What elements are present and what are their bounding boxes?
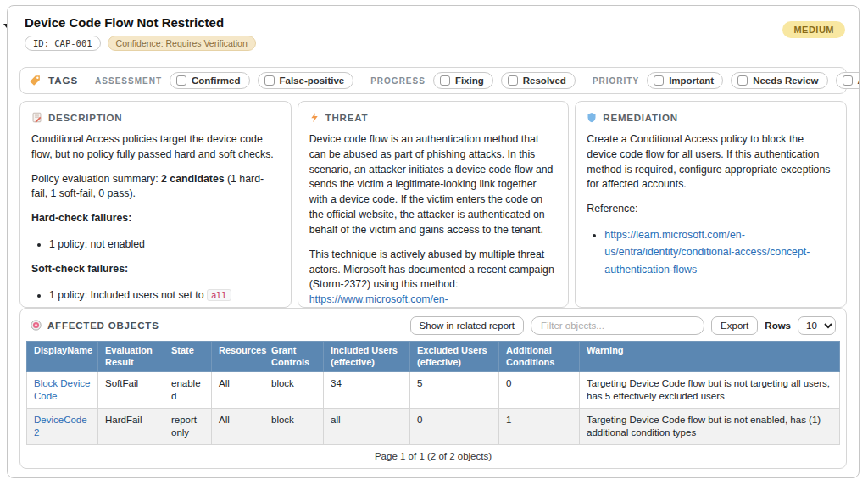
tag-accepted-risk-label: Accepted Risk	[858, 75, 860, 86]
tag-fixing[interactable]: Fixing	[433, 72, 493, 89]
remediation-paragraph-1: Create a Conditional Access policy to bl…	[587, 132, 835, 192]
checkbox-unchecked[interactable]	[508, 75, 518, 86]
column-resources: Resources	[212, 341, 264, 372]
tag-group-assessment-label: ASSESSMENT	[95, 76, 162, 86]
column-displayname: DisplayName	[27, 341, 98, 372]
affected-objects-table: DisplayName Evaluation Result State Reso…	[26, 341, 840, 445]
cell-excluded-users: 5	[410, 372, 499, 409]
memo-icon	[31, 112, 42, 123]
export-button[interactable]: Export	[711, 316, 758, 335]
checkbox-unchecked[interactable]	[440, 75, 450, 86]
description-paragraph-1: Conditional Access policies target the d…	[31, 132, 280, 163]
checkbox-unchecked[interactable]	[264, 75, 275, 86]
checkbox-unchecked[interactable]	[176, 75, 186, 86]
hard-check-list: 1 policy: not enabled	[31, 236, 280, 253]
column-excluded-users: Excluded Users (effective)	[410, 341, 499, 372]
cell-evaluation-result: SoftFail	[98, 372, 164, 409]
checkbox-unchecked[interactable]	[654, 75, 664, 86]
cell-displayname: DeviceCode2	[27, 409, 98, 445]
table-header-row: DisplayName Evaluation Result State Reso…	[27, 341, 840, 372]
column-state: State	[164, 341, 212, 372]
cell-warning: Targeting Device Code flow but is not en…	[580, 409, 840, 445]
checkbox-unchecked[interactable]	[737, 75, 748, 86]
column-additional-conditions: Additional Conditions	[499, 341, 580, 372]
affected-objects-title: AFFECTED OBJECTS	[47, 321, 159, 331]
checkbox-unchecked[interactable]	[843, 75, 853, 86]
threat-reference-link[interactable]: https://www.microsoft.com/en-us/security…	[309, 293, 541, 307]
cell-state: report-only	[164, 409, 212, 445]
cell-included-users: all	[324, 409, 410, 445]
column-grant-controls: Grant Controls	[264, 341, 324, 372]
tag-important[interactable]: Important	[647, 72, 723, 89]
shield-icon	[587, 112, 597, 123]
tag-group-progress-label: PROGRESS	[370, 76, 426, 86]
soft-check-heading: Soft-check failures:	[31, 262, 280, 277]
tag-icon	[29, 75, 41, 86]
policy-link[interactable]: DeviceCode2	[34, 415, 87, 438]
table-row: DeviceCode2 HardFail report-only All blo…	[27, 409, 840, 445]
tag-needs-review[interactable]: Needs Review	[731, 72, 827, 89]
description-title: DESCRIPTION	[48, 113, 122, 123]
cell-grant-controls: block	[264, 372, 324, 409]
tag-false-positive-label: False-positive	[280, 75, 345, 86]
rows-per-page-select[interactable]: 10	[798, 316, 836, 335]
bolt-icon	[309, 112, 320, 123]
soft-check-item-1: 1 policy: Included users not set to all	[49, 287, 280, 304]
threat-title: THREAT	[326, 113, 369, 123]
tag-resolved-label: Resolved	[523, 75, 566, 86]
remediation-panel: REMEDIATION Create a Conditional Access …	[575, 101, 847, 308]
policy-link[interactable]: Block Device Code	[34, 378, 90, 401]
column-included-users: Included Users (effective)	[324, 341, 410, 372]
cell-excluded-users: 0	[410, 409, 499, 445]
reference-list: https://learn.microsoft.com/en-us/entra/…	[587, 226, 835, 278]
description-panel: DESCRIPTION Conditional Access policies …	[19, 101, 292, 308]
tag-resolved[interactable]: Resolved	[501, 72, 576, 89]
cell-resources: All	[212, 372, 264, 409]
table-row: Block Device Code SoftFail enabled All b…	[27, 372, 840, 409]
cell-additional-conditions: 0	[499, 372, 580, 409]
reference-item: https://learn.microsoft.com/en-us/entra/…	[604, 226, 835, 278]
cell-resources: All	[212, 409, 264, 445]
cell-additional-conditions: 1	[499, 409, 580, 445]
tags-title: TAGS	[48, 75, 78, 86]
affected-objects-section: AFFECTED OBJECTS Show in related report …	[19, 308, 847, 469]
tags-bar: TAGS ASSESSMENT Confirmed False-positive…	[19, 67, 847, 94]
page-title: Device Code Flow Not Restricted	[25, 15, 256, 30]
detail-panels: DESCRIPTION Conditional Access policies …	[19, 101, 847, 308]
cell-displayname: Block Device Code	[27, 372, 98, 409]
remediation-reference-link[interactable]: https://learn.microsoft.com/en-us/entra/…	[604, 229, 810, 276]
tag-accepted-risk[interactable]: Accepted Risk	[836, 72, 860, 89]
cell-included-users: 34	[324, 372, 410, 409]
column-warning: Warning	[580, 341, 840, 372]
remediation-title: REMEDIATION	[603, 113, 677, 123]
threat-paragraph-2: This technique is actively abused by mul…	[309, 248, 558, 308]
finding-header: Device Code Flow Not Restricted ID: CAP-…	[8, 6, 859, 59]
show-in-related-report-button[interactable]: Show in related report	[410, 316, 525, 335]
soft-check-list: 1 policy: Included users not set to all …	[31, 287, 280, 308]
tag-needs-review-label: Needs Review	[753, 75, 818, 86]
column-evaluation-result: Evaluation Result	[98, 341, 164, 372]
tag-group-priority-label: PRIORITY	[593, 76, 639, 86]
tag-false-positive[interactable]: False-positive	[258, 72, 354, 89]
tag-confirmed[interactable]: Confirmed	[170, 72, 250, 89]
finding-id-badge: ID: CAP-001	[25, 36, 101, 51]
cell-state: enabled	[164, 372, 212, 409]
threat-panel: THREAT Device code flow is an authentica…	[298, 101, 570, 308]
cell-grant-controls: block	[264, 409, 324, 445]
pagination-status: Page 1 of 1 (2 of 2 objects)	[26, 445, 840, 468]
rows-label: Rows	[765, 321, 791, 331]
hard-check-heading: Hard-check failures:	[31, 211, 280, 226]
filter-objects-input[interactable]	[531, 316, 704, 335]
reference-label: Reference:	[587, 202, 835, 217]
target-icon	[31, 320, 42, 331]
hard-check-item: 1 policy: not enabled	[49, 236, 280, 253]
threat-paragraph-1: Device code flow is an authentication me…	[309, 132, 558, 238]
confidence-badge: Confidence: Requires Verification	[108, 36, 256, 51]
finding-card: Device Code Flow Not Restricted ID: CAP-…	[7, 5, 860, 478]
severity-badge: MEDIUM	[782, 21, 845, 38]
description-paragraph-2: Policy evaluation summary: 2 candidates …	[31, 172, 280, 203]
tag-confirmed-label: Confirmed	[192, 75, 241, 86]
tag-fixing-label: Fixing	[455, 75, 484, 86]
tag-important-label: Important	[669, 75, 714, 86]
cell-evaluation-result: HardFail	[98, 409, 164, 445]
